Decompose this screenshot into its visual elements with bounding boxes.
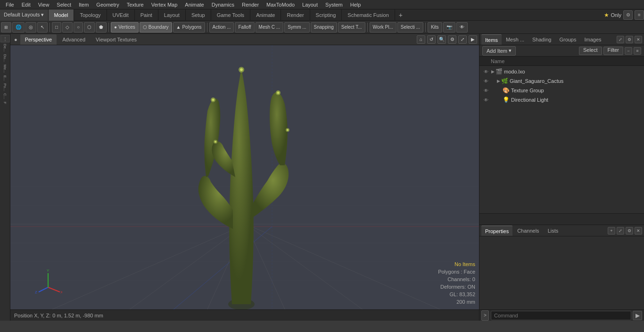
- menu-texture[interactable]: Texture: [123, 0, 148, 9]
- panel-tab-shading[interactable]: Shading: [528, 34, 555, 45]
- menu-help[interactable]: Help: [347, 0, 365, 9]
- menu-view[interactable]: View: [34, 0, 53, 9]
- item-vis-modo[interactable]: 👁: [482, 68, 490, 75]
- vp-ctrl-refresh[interactable]: ↺: [427, 35, 436, 44]
- layout-tab-schematic-fusion[interactable]: Schematic Fusion: [342, 9, 395, 21]
- vp-tab-viewport-textures[interactable]: Viewport Textures: [91, 34, 141, 45]
- menu-maxtomodo[interactable]: MaxToModo: [263, 0, 298, 9]
- toolbar-select-t-btn[interactable]: Select T...: [338, 22, 365, 32]
- panel-tab-images[interactable]: Images: [580, 34, 605, 45]
- toolbar-selecti-btn[interactable]: Selecti ...: [397, 22, 423, 32]
- toolbar-cursor-btn[interactable]: ↖: [37, 22, 48, 32]
- toolbar-connect-btn[interactable]: ◇: [62, 22, 73, 32]
- menu-item[interactable]: Item: [75, 0, 92, 9]
- sidebar-mesh-label: Me...: [3, 64, 7, 74]
- props-close[interactable]: ✕: [635, 227, 642, 235]
- props-tab-properties[interactable]: Properties: [481, 226, 512, 236]
- scene-item-directional-light[interactable]: 👁 💡 Directional Light: [480, 95, 643, 105]
- toolbar-vertices-btn[interactable]: ● Vertices: [111, 22, 139, 32]
- item-expand-cactus[interactable]: ▶: [497, 79, 500, 83]
- vp-ctrl-arrow[interactable]: ▶: [469, 35, 477, 44]
- panel-tab-mesh[interactable]: Mesh ...: [502, 34, 528, 45]
- layout-tab-model[interactable]: Model: [49, 9, 74, 21]
- viewport-canvas[interactable]: X Z Y No Items Polygons : Face Channels:…: [10, 45, 479, 309]
- items-tab-resize[interactable]: ⤢: [617, 36, 624, 43]
- item-vis-light[interactable]: 👁: [482, 96, 490, 104]
- item-vis-texture[interactable]: 👁: [482, 87, 490, 94]
- vp-tab-perspective[interactable]: Perspective: [20, 34, 57, 45]
- props-tab-lists[interactable]: Lists: [544, 226, 562, 236]
- layout-tab-setup[interactable]: Setup: [186, 9, 211, 21]
- command-arrow-btn[interactable]: >: [481, 310, 489, 321]
- vp-tab-dot[interactable]: ●: [12, 34, 19, 45]
- props-plus[interactable]: +: [608, 227, 615, 235]
- scene-item-texture-group[interactable]: 👁 🎨 Texture Group: [480, 86, 643, 95]
- menu-select[interactable]: Select: [53, 0, 75, 9]
- toolbar-globe-btn[interactable]: 🌐: [12, 22, 25, 32]
- vp-ctrl-expand[interactable]: ⤢: [458, 35, 467, 44]
- toolbar-kits-btn[interactable]: Kits: [428, 22, 442, 32]
- toolbar-boundary-btn[interactable]: ⬡ Boundary: [140, 22, 172, 32]
- menu-dynamics[interactable]: Dynamics: [208, 0, 238, 9]
- toolbar-work-pl-btn[interactable]: Work Pl...: [370, 22, 396, 32]
- toolbar-mesh-c-btn[interactable]: Mesh C ...: [256, 22, 284, 32]
- layout-tab-game-tools[interactable]: Game Tools: [211, 9, 251, 21]
- toolbar-shield-btn[interactable]: ⬟: [96, 22, 107, 32]
- vp-ctrl-zoom[interactable]: 🔍: [438, 35, 446, 44]
- layout-more-btn[interactable]: ≡: [635, 10, 644, 20]
- props-resize[interactable]: ⤢: [617, 227, 624, 235]
- items-action-settings2[interactable]: ≡: [634, 47, 641, 55]
- command-go-btn[interactable]: ▶: [633, 311, 642, 320]
- layout-tab-render[interactable]: Render: [281, 9, 310, 21]
- svg-text:X: X: [60, 290, 62, 294]
- items-list[interactable]: 👁 ▶ 🎬 modo.lxo 👁 ▶ 🌿 Giant_Saguaro_Cactu…: [479, 66, 644, 213]
- vp-ctrl-home[interactable]: ⌂: [417, 35, 425, 44]
- items-select-btn[interactable]: Select: [579, 47, 602, 55]
- items-tab-settings[interactable]: ⚙: [626, 36, 633, 43]
- panel-tab-groups[interactable]: Groups: [555, 34, 580, 45]
- layout-add-tab[interactable]: +: [395, 9, 406, 21]
- props-tab-channels[interactable]: Channels: [513, 226, 543, 236]
- command-input[interactable]: [491, 311, 631, 320]
- panel-tab-items[interactable]: Items: [481, 34, 502, 45]
- layout-tab-animate[interactable]: Animate: [250, 9, 281, 21]
- menu-animate[interactable]: Animate: [181, 0, 207, 9]
- toolbar-box-btn[interactable]: □: [52, 22, 61, 32]
- layout-dropdown[interactable]: Default Layouts ▾: [0, 9, 49, 21]
- menu-vertex-map[interactable]: Vertex Map: [148, 0, 182, 9]
- scene-item-modo-lxo[interactable]: 👁 ▶ 🎬 modo.lxo: [480, 67, 643, 76]
- layout-tab-paint[interactable]: Paint: [135, 9, 158, 21]
- toolbar-circle-btn[interactable]: ○: [74, 22, 83, 32]
- scene-item-cactus[interactable]: 👁 ▶ 🌿 Giant_Saguaro_Cactus: [480, 76, 643, 86]
- items-action-minus[interactable]: −: [625, 47, 632, 55]
- toolbar-falloff-btn[interactable]: Falloff: [235, 22, 254, 32]
- item-expand-modo[interactable]: ▶: [491, 69, 495, 74]
- toolbar-poly-btn[interactable]: ⬡: [84, 22, 95, 32]
- layout-tab-uvedit[interactable]: UVEdit: [107, 9, 135, 21]
- menu-geometry[interactable]: Geometry: [92, 0, 123, 9]
- layout-tab-scripting[interactable]: Scripting: [310, 9, 342, 21]
- menu-system[interactable]: System: [322, 0, 347, 9]
- toolbar-lasso-btn[interactable]: ◎: [25, 22, 36, 32]
- toolbar-polygons-btn[interactable]: ▲ Polygons: [173, 22, 205, 32]
- toolbar-snapping-btn[interactable]: Snapping: [311, 22, 337, 32]
- add-item-button[interactable]: Add Item ▾: [482, 46, 516, 56]
- toolbar-camera-btn[interactable]: 📷: [443, 22, 455, 32]
- toolbar-action-btn[interactable]: Action ...: [209, 22, 234, 32]
- item-vis-cactus[interactable]: 👁: [482, 77, 490, 85]
- toolbar-symm-btn[interactable]: Symm ...: [284, 22, 309, 32]
- menu-render[interactable]: Render: [238, 0, 263, 9]
- layout-settings-btn[interactable]: ⚙: [623, 10, 633, 20]
- menu-edit[interactable]: Edit: [18, 0, 34, 9]
- menu-file[interactable]: File: [2, 0, 18, 9]
- vp-tab-advanced[interactable]: Advanced: [58, 34, 90, 45]
- layout-tab-topology[interactable]: Topology: [74, 9, 107, 21]
- props-settings[interactable]: ⚙: [626, 227, 633, 235]
- toolbar-mode-btn[interactable]: ⊞: [1, 22, 11, 32]
- toolbar-view-btn[interactable]: 👁: [456, 22, 468, 32]
- vp-ctrl-settings[interactable]: ⚙: [448, 35, 456, 44]
- menu-layout[interactable]: Layout: [298, 0, 322, 9]
- layout-tab-layout[interactable]: Layout: [158, 9, 186, 21]
- items-filter-btn[interactable]: Filter: [603, 47, 623, 55]
- items-tab-close[interactable]: ✕: [635, 36, 642, 43]
